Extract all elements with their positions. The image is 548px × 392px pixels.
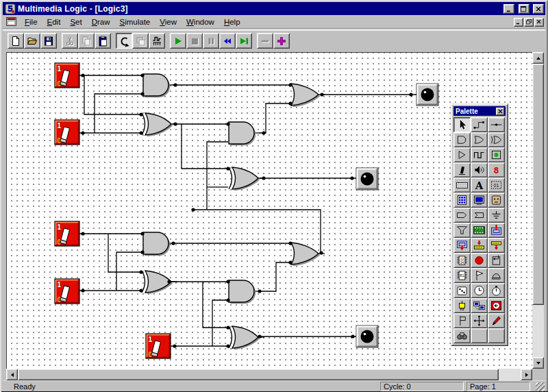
toolbar-zoom-in-button[interactable] (273, 33, 290, 49)
toolbar-rewind-button[interactable] (219, 33, 236, 49)
palette-tool-node[interactable] (488, 117, 505, 132)
close-button[interactable] (533, 4, 544, 14)
wire-8[interactable] (260, 103, 290, 133)
palette-tool-transmitter[interactable] (488, 298, 505, 313)
switch-component[interactable]: 10 (146, 334, 171, 358)
toolbar-step-button[interactable] (236, 33, 252, 49)
resize-grip[interactable] (536, 382, 545, 391)
palette-tool-send-tag[interactable] (453, 208, 471, 223)
palette-tool-inverter[interactable] (453, 147, 471, 162)
palette-tool-switch[interactable] (453, 162, 471, 177)
menu-item-draw[interactable]: Draw (87, 16, 115, 27)
toolbar-open-button[interactable] (24, 33, 40, 49)
palette-tool-flag2[interactable] (453, 313, 471, 328)
wire-4[interactable] (95, 94, 142, 133)
wire-15[interactable] (108, 234, 141, 272)
or-gate-component[interactable] (291, 243, 325, 266)
palette-tool-speaker[interactable] (471, 162, 488, 177)
switch-component[interactable]: 10 (55, 279, 79, 304)
palette-tool-flag[interactable] (471, 268, 488, 283)
xor-gate-component[interactable] (229, 167, 264, 191)
palette-tool-and-gate[interactable] (453, 132, 471, 147)
palette-tool-led[interactable] (488, 147, 505, 162)
wire-2[interactable] (84, 75, 141, 114)
palette-tool-network[interactable] (471, 298, 488, 313)
wire-20[interactable] (203, 282, 228, 328)
and-gate-component[interactable] (143, 74, 175, 97)
palette-tool-ground[interactable] (488, 208, 505, 223)
switch-component[interactable]: 10 (55, 120, 79, 145)
palette-tool-chip[interactable]: 1234 (453, 253, 471, 268)
menu-item-window[interactable]: Window (182, 16, 219, 27)
xor-gate-component[interactable] (142, 271, 177, 294)
palette-tool-random[interactable] (453, 283, 471, 298)
palette-tool-oscillator[interactable] (471, 147, 488, 162)
palette-tool-clock[interactable] (471, 283, 488, 298)
menu-item-file[interactable]: File (20, 16, 42, 27)
h-scroll-right-button[interactable] (521, 369, 532, 380)
palette-tool-monitor[interactable] (471, 193, 488, 208)
palette-tool-or-gate[interactable] (471, 132, 488, 147)
h-scroll-left-button[interactable] (6, 369, 18, 380)
palette-tool-keyboard[interactable] (453, 177, 471, 193)
and-gate-component[interactable] (229, 280, 260, 304)
menu-item-help[interactable]: Help (219, 16, 245, 27)
menu-item-view[interactable]: View (155, 16, 182, 27)
toolbar-new-button[interactable] (8, 33, 24, 49)
or-gate-component[interactable] (291, 84, 325, 107)
led-component[interactable] (416, 84, 438, 106)
palette-tool-merge[interactable] (453, 223, 471, 238)
toolbar-paste-button[interactable] (95, 33, 111, 49)
palette-tool-find[interactable] (453, 328, 471, 343)
led-component[interactable] (356, 326, 378, 347)
menu-item-simulate[interactable]: Simulate (114, 16, 155, 27)
palette-tool-binary-display[interactable]: 01 (488, 177, 505, 193)
wire-23[interactable] (212, 300, 228, 346)
document-icon[interactable] (6, 17, 17, 27)
and-gate-component[interactable] (229, 122, 260, 145)
wire-11[interactable] (207, 142, 228, 210)
and-gate-component[interactable] (143, 232, 175, 256)
palette-tool-data-out[interactable] (453, 238, 471, 253)
palette-title-bar[interactable]: Palette (453, 106, 506, 116)
wire-17[interactable] (116, 252, 142, 291)
mdi-close-button[interactable] (534, 18, 544, 27)
mdi-restore-button[interactable] (524, 18, 534, 27)
switch-component[interactable]: 10 (55, 221, 79, 246)
minimize-button[interactable] (503, 4, 514, 14)
palette-tool-pen[interactable] (488, 313, 505, 328)
palette-tool-adjust[interactable] (471, 313, 488, 328)
palette-tool-bus-read[interactable] (488, 238, 505, 253)
palette-close-button[interactable] (496, 108, 504, 115)
palette-tool-bus-write[interactable] (471, 238, 488, 253)
v-scroll-up-button[interactable] (532, 52, 544, 64)
toolbar-pointer-mode-button[interactable] (116, 33, 132, 49)
maximize-button[interactable] (519, 4, 530, 14)
switch-component[interactable]: 10 (55, 63, 79, 88)
wire-7[interactable] (182, 124, 228, 169)
mdi-minimize-button[interactable] (514, 18, 523, 27)
palette-tool-ascii-display[interactable]: A (471, 177, 488, 193)
led-component[interactable] (356, 168, 378, 190)
v-scroll-down-button[interactable] (532, 357, 544, 369)
palette-tool-connector[interactable] (453, 298, 471, 313)
palette-tool-keypad[interactable] (453, 193, 471, 208)
v-scroll-thumb[interactable] (532, 64, 544, 305)
h-scroll-thumb[interactable] (18, 369, 499, 380)
palette-tool-data-in[interactable] (488, 223, 505, 238)
palette-tool-timer[interactable] (488, 283, 505, 298)
palette-tool-bitmap[interactable] (471, 223, 488, 238)
toolbar-save-button[interactable] (40, 33, 57, 49)
palette-tool-receive-tag[interactable] (471, 208, 488, 223)
palette-tool-xor-gate[interactable] (488, 132, 505, 147)
palette-tool-robot[interactable] (488, 193, 505, 208)
palette-tool-ball[interactable] (471, 253, 488, 268)
palette-tool-select[interactable] (453, 117, 471, 132)
palette-tool-flipflop[interactable] (488, 253, 505, 268)
palette-tool-seven-segment[interactable]: 8 (488, 162, 505, 177)
menu-item-set[interactable]: Set (65, 16, 86, 27)
xor-gate-component[interactable] (142, 113, 177, 136)
toolbar-logic-analyzer-button[interactable] (149, 33, 165, 49)
menu-item-edit[interactable]: Edit (42, 16, 66, 27)
palette-tool-wire[interactable] (471, 117, 488, 132)
